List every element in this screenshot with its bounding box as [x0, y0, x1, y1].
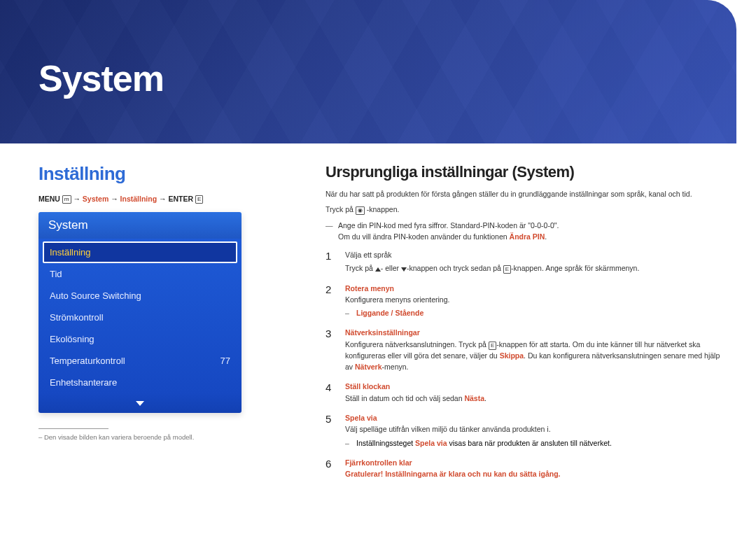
- enter-icon: E: [195, 195, 203, 204]
- menu-item-stromkontroll[interactable]: Strömkontroll: [43, 307, 237, 328]
- down-icon: [401, 267, 407, 272]
- pin-note: Ange din PIN-kod med fyra siffror. Stand…: [326, 220, 721, 243]
- system-menu-panel: System Inställning Tid Auto Source Switc…: [38, 212, 241, 413]
- menu-item-enhetshanterare[interactable]: Enhetshanterare: [43, 372, 237, 393]
- step-5: Spela via Välj spelläge utifrån vilken m…: [326, 412, 721, 449]
- section-title: Inställning: [38, 163, 241, 185]
- menu-icon: m: [62, 195, 71, 204]
- up-icon: [375, 267, 381, 272]
- page-banner: System: [0, 0, 736, 143]
- chevron-down-icon: [136, 401, 144, 406]
- intro-text-2: Tryck på ◉ -knappen.: [326, 204, 721, 215]
- menu-item-ekolosning[interactable]: Ekolösning: [43, 328, 237, 350]
- enter-icon: E: [489, 342, 496, 350]
- menu-header: System: [38, 212, 241, 239]
- menu-item-temperaturkontroll[interactable]: Temperaturkontroll 77: [43, 350, 237, 372]
- menu-item-tid[interactable]: Tid: [43, 263, 237, 285]
- breadcrumb-system: System: [83, 195, 108, 203]
- power-icon: ◉: [356, 206, 365, 215]
- breadcrumb-installning: Inställning: [120, 195, 158, 203]
- breadcrumb-menu: MENU: [38, 195, 60, 203]
- menu-item-installning[interactable]: Inställning: [43, 241, 237, 263]
- step-4: Ställ klockan Ställ in datum och tid och…: [326, 381, 721, 404]
- setup-steps: Välja ett språk Tryck på - eller -knappe…: [326, 249, 721, 479]
- menu-item-label: Enhetshanterare: [50, 377, 117, 388]
- footnote: – Den visade bilden kan variera beroende…: [38, 433, 241, 441]
- enter-icon: E: [503, 265, 511, 274]
- step-2: Rotera menyn Konfigurera menyns orienter…: [326, 283, 721, 319]
- footnote-divider: [38, 428, 108, 429]
- step-6: Fjärrkontrollen klar Gratulerar! Inställ…: [326, 457, 721, 480]
- menu-item-label: Inställning: [50, 247, 91, 258]
- menu-item-label: Ekolösning: [50, 334, 94, 344]
- menu-item-label: Tid: [50, 269, 62, 279]
- menu-item-label: Auto Source Switching: [50, 290, 141, 301]
- breadcrumb-enter: ENTER: [168, 195, 193, 203]
- intro-text: När du har satt på produkten för första …: [326, 188, 721, 199]
- breadcrumb: MENU m → System → Inställning → ENTER E: [38, 195, 241, 204]
- page-title: System: [38, 57, 164, 99]
- menu-scroll-down[interactable]: [38, 393, 241, 413]
- menu-item-value: 77: [220, 356, 230, 366]
- step-3: Nätverksinställningar Konfigurera nätver…: [326, 327, 721, 372]
- menu-item-label: Temperaturkontroll: [50, 356, 125, 366]
- menu-item-label: Strömkontroll: [50, 312, 104, 323]
- content-title: Ursprungliga inställningar (System): [326, 163, 721, 181]
- menu-item-auto-source[interactable]: Auto Source Switching: [43, 285, 237, 307]
- step-1: Välja ett språk Tryck på - eller -knappe…: [326, 249, 721, 274]
